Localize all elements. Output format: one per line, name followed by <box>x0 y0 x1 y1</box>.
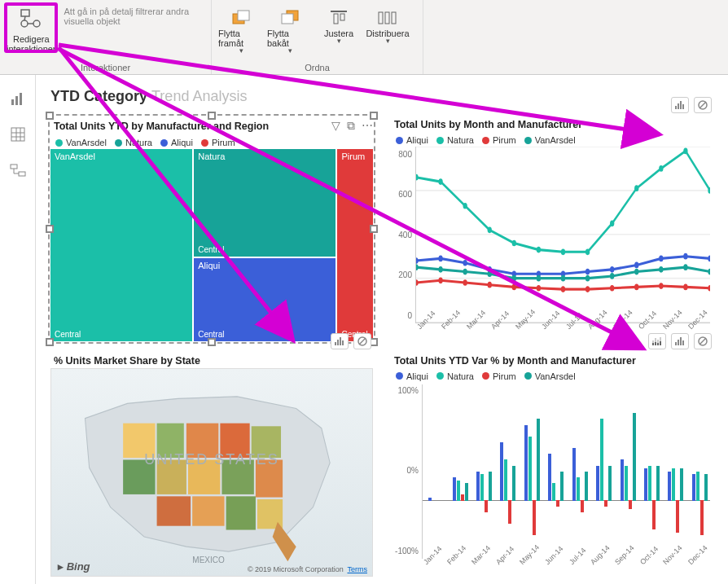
svg-point-88 <box>683 284 687 291</box>
filter-interaction-icon[interactable] <box>671 333 689 349</box>
svg-point-84 <box>585 286 590 292</box>
svg-point-60 <box>634 262 638 269</box>
svg-point-2 <box>33 20 40 27</box>
ribbon: Redigera interaktioner Att gå in på deta… <box>0 0 728 75</box>
svg-point-69 <box>537 275 541 282</box>
bing-logo: ▸ Bing <box>58 560 90 573</box>
focus-mode-icon[interactable]: ⧉ <box>347 119 355 133</box>
svg-point-62 <box>683 253 687 260</box>
barchart-visual[interactable]: Total Units YTD Var % by Month and Manuf… <box>391 353 713 577</box>
svg-rect-14 <box>392 12 396 24</box>
filter-interaction-icon[interactable] <box>671 97 689 113</box>
svg-rect-12 <box>379 12 383 24</box>
svg-rect-113 <box>655 342 656 345</box>
svg-rect-24 <box>19 172 25 176</box>
svg-point-86 <box>634 284 638 291</box>
svg-rect-13 <box>385 12 389 24</box>
svg-point-70 <box>561 275 565 282</box>
none-interaction-icon[interactable] <box>694 333 712 349</box>
svg-rect-27 <box>675 106 677 109</box>
treemap-body[interactable]: VanArsdel Central Natura Central Aliqui … <box>50 149 373 341</box>
more-options-icon[interactable]: ⋯ <box>362 119 373 133</box>
svg-point-82 <box>537 285 541 292</box>
svg-point-58 <box>585 269 590 275</box>
svg-point-59 <box>610 266 614 273</box>
svg-point-81 <box>512 284 516 291</box>
svg-point-44 <box>561 248 565 255</box>
svg-point-52 <box>438 256 442 262</box>
ribbon-group-interactions-label: Interaktioner <box>7 61 204 72</box>
report-view-icon[interactable] <box>9 90 27 108</box>
svg-rect-90 <box>335 342 336 345</box>
svg-point-51 <box>416 257 419 264</box>
data-view-icon[interactable] <box>9 125 27 143</box>
svg-rect-121 <box>682 340 684 345</box>
page-title: YTD Category Trend Analysis <box>50 88 713 105</box>
interaction-controls <box>671 97 712 113</box>
svg-rect-93 <box>342 340 344 345</box>
send-backward-button[interactable]: Flytta bakåt▾ <box>267 5 313 55</box>
svg-point-38 <box>416 174 419 181</box>
svg-point-40 <box>463 203 467 209</box>
svg-rect-10 <box>334 14 338 24</box>
svg-rect-117 <box>660 341 661 345</box>
distribute-button[interactable]: Distribuera▾ <box>365 5 410 55</box>
svg-point-75 <box>683 264 687 270</box>
svg-rect-17 <box>20 93 22 105</box>
svg-point-76 <box>708 269 710 275</box>
svg-rect-23 <box>11 165 17 169</box>
barchart-body[interactable]: 100%0%-100% Jan-14Feb-14Mar-14Apr-14May-… <box>391 383 713 577</box>
highlight-interaction-icon[interactable] <box>648 333 666 349</box>
svg-point-72 <box>610 273 614 279</box>
map-body[interactable]: UNITED STATES MEXICO ▸ Bing © 2019 Micro… <box>50 368 373 577</box>
svg-point-41 <box>488 227 492 234</box>
linechart-legend: Aliqui Natura Pirum VanArsdel <box>391 132 713 147</box>
linechart-title: Total Units by Month and Manufacturer <box>391 116 713 132</box>
svg-point-66 <box>463 269 467 275</box>
drill-hint-text: Att gå in på detalj filtrerar andra visu… <box>59 3 204 29</box>
svg-rect-119 <box>678 340 679 345</box>
linechart-visual[interactable]: Total Units by Month and Manufacturer Al… <box>391 116 713 341</box>
svg-point-71 <box>585 275 590 282</box>
svg-point-74 <box>659 266 663 273</box>
svg-point-85 <box>610 285 614 292</box>
svg-point-89 <box>708 285 710 292</box>
map-title: % Units Market Share by State <box>50 353 373 368</box>
treemap-visual[interactable]: Total Units YTD by Manufacturer and Regi… <box>50 116 373 341</box>
svg-rect-28 <box>678 103 679 109</box>
align-button[interactable]: Justera▾ <box>316 5 362 55</box>
svg-rect-108 <box>226 496 256 529</box>
view-switcher <box>0 75 36 584</box>
filter-icon[interactable]: ▽ <box>331 119 340 133</box>
svg-rect-107 <box>192 496 224 525</box>
svg-point-87 <box>659 283 663 289</box>
none-interaction-icon[interactable] <box>694 97 712 113</box>
bring-forward-button[interactable]: Flytta framåt▾ <box>218 5 264 55</box>
svg-point-1 <box>21 20 28 27</box>
linechart-body[interactable]: 8006004002000 Jan-14Feb-14Mar-14Apr-14Ma… <box>391 147 713 341</box>
map-terms-link[interactable]: Terms <box>348 565 368 573</box>
svg-point-68 <box>512 275 516 282</box>
svg-rect-91 <box>337 340 339 345</box>
svg-rect-8 <box>282 14 293 24</box>
edit-interactions-label: Redigera interaktioner <box>7 34 56 54</box>
edit-interactions-button[interactable]: Redigera interaktioner <box>7 3 56 54</box>
map-visual[interactable]: % Units Market Share by State <box>50 353 373 577</box>
model-view-icon[interactable] <box>9 161 27 179</box>
none-interaction-icon[interactable] <box>353 333 371 349</box>
svg-point-43 <box>537 247 541 253</box>
treemap-legend: VanArsdel Natura Aliqui Pirum <box>50 134 373 149</box>
svg-rect-30 <box>682 104 684 109</box>
svg-rect-29 <box>680 101 682 109</box>
barchart-title: Total Units YTD Var % by Month and Manuf… <box>391 353 713 368</box>
svg-point-53 <box>463 260 467 266</box>
filter-interaction-icon[interactable] <box>331 333 349 349</box>
svg-rect-16 <box>15 96 18 105</box>
svg-rect-18 <box>11 128 24 141</box>
svg-point-64 <box>416 264 419 270</box>
svg-rect-111 <box>652 343 654 345</box>
svg-line-32 <box>699 102 706 108</box>
svg-point-46 <box>610 220 614 226</box>
ribbon-group-arrange-label: Ordna <box>218 61 416 72</box>
svg-point-61 <box>659 256 663 262</box>
